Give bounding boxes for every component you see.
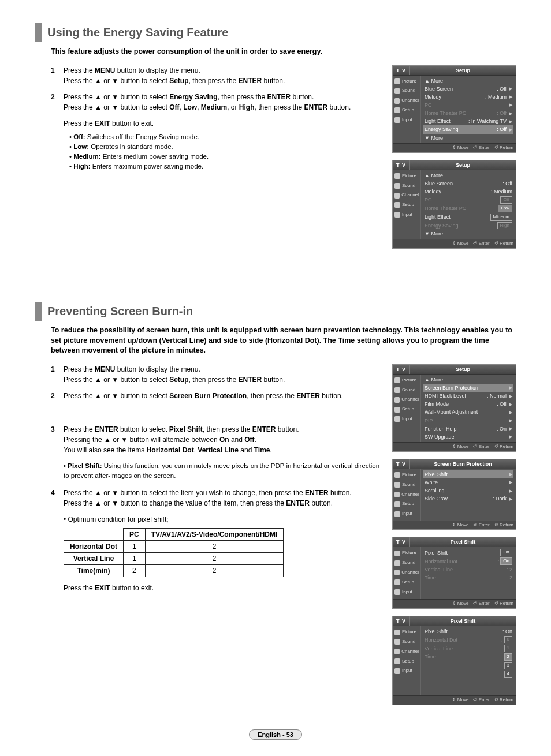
section2-desc: To reduce the possibility of screen burn… — [51, 325, 516, 356]
menu-icon — [394, 639, 400, 645]
osd-sidebar: PictureSoundChannelSetupInput — [393, 76, 421, 143]
osd-row: Pixel Shift — [423, 470, 513, 478]
osd-tv-label: T V — [393, 160, 409, 170]
osd-row: Function Help: On — [423, 425, 513, 433]
menu-icon — [394, 472, 400, 478]
osd-row: SW Upgrade — [423, 433, 513, 441]
menu-icon — [394, 416, 400, 422]
section2-steps-a: 1Press the MENU button to display the me… — [51, 364, 381, 401]
osd-row: Horizontal Dot: On — [423, 557, 513, 566]
osd-side-item: Channel — [393, 568, 420, 578]
osd-side-item: Picture — [393, 376, 420, 386]
menu-icon — [394, 117, 400, 123]
menu-icon — [394, 78, 400, 84]
section1-bullets: • Off: Switches off the Energy Saving mo… — [69, 132, 381, 172]
osd-footer: ⇕ Move⏎ Enter↺ Return — [393, 442, 516, 451]
osd-side-item: Sound — [393, 558, 420, 568]
table-cell: 1 — [124, 541, 146, 553]
osd-side-item: Setup — [393, 578, 420, 587]
optimum-note: • Optimum condition for pixel shift; — [64, 514, 381, 525]
pixel-shift-note: • Pixel Shift: Using this function, you … — [64, 461, 381, 481]
section1-steps: 1Press the MENU button to display the me… — [51, 65, 381, 113]
osd-row: Horizontal Dot: 0 — [423, 635, 513, 644]
osd-setup-energy-options: T VSetupPictureSoundChannelSetupInput▲ M… — [392, 160, 516, 249]
section2-steps-b: 3Press the ENTER button to select Pixel … — [51, 424, 381, 455]
osd-side-item: Input — [393, 115, 420, 125]
osd-row: 4 — [423, 670, 513, 679]
osd-tv-label: T V — [393, 459, 409, 469]
step-item: 2Press the ▲ or ▼ button to select Scree… — [51, 391, 381, 401]
osd-row: Melody: Medium — [423, 93, 513, 101]
menu-icon — [394, 482, 400, 488]
osd-row: Side Gray: Dark — [423, 495, 513, 503]
osd-side-item: Picture — [393, 470, 420, 480]
osd-side-item: Channel — [393, 190, 420, 200]
menu-icon — [394, 173, 400, 179]
osd-tv-label: T V — [393, 365, 409, 374]
osd-side-item: Setup — [393, 200, 420, 210]
osd-row: ▲ More — [423, 77, 513, 85]
osd-row: Screen Burn Protection — [423, 384, 513, 392]
table-header: TV/AV1/AV2/S-Video/Component/HDMI — [145, 529, 284, 541]
bullet-item: • Medium: Enters medium power saving mod… — [69, 152, 381, 162]
osd-row: Film Mode: Off — [423, 400, 513, 408]
step-item: 1Press the MENU button to display the me… — [51, 65, 381, 86]
menu-icon — [394, 377, 400, 383]
menu-icon — [394, 193, 400, 199]
osd-side-item: Setup — [393, 405, 420, 414]
menu-icon — [394, 183, 400, 189]
step-item: 1Press the MENU button to display the me… — [51, 364, 381, 385]
osd-row: Light Effect Mideum — [423, 213, 513, 222]
osd-row: Time: 2 — [423, 653, 513, 661]
osd-row: ▲ More — [423, 376, 513, 384]
menu-icon — [394, 397, 400, 403]
osd-side-item: Sound — [393, 480, 420, 490]
bullet-item: • Low: Operates in standard mode. — [69, 142, 381, 152]
osd-side-item: Picture — [393, 627, 420, 637]
table-cell: Time(min) — [64, 565, 124, 577]
osd-tv-label: T V — [393, 537, 409, 547]
osd-row: HDMI Black Level: Normal — [423, 392, 513, 400]
osd-side-item: Channel — [393, 490, 420, 500]
menu-icon — [394, 658, 400, 664]
page-number-pill: English - 53 — [249, 729, 302, 740]
table-header: PC — [124, 529, 146, 541]
osd-footer: ⇕ Move⏎ Enter↺ Return — [393, 599, 516, 608]
menu-icon — [394, 589, 400, 595]
menu-icon — [394, 579, 400, 585]
menu-icon — [394, 387, 400, 393]
bullet-item: • High: Enters maximum power saving mode… — [69, 162, 381, 171]
menu-icon — [394, 407, 400, 413]
osd-title: Pixel Shift — [409, 616, 516, 626]
section2-title: Preventing Screen Burn-in — [35, 302, 516, 321]
osd-sidebar: PictureSoundChannelSetupInput — [393, 469, 421, 521]
menu-icon — [394, 649, 400, 654]
osd-side-item: Input — [393, 509, 420, 519]
step-item: 4Press the ▲ or ▼ button to select the i… — [51, 488, 381, 508]
section1-title: Using the Energy Saving Feature — [35, 23, 516, 42]
osd-side-item: Picture — [393, 171, 420, 181]
menu-icon — [394, 88, 400, 94]
osd-sidebar: PictureSoundChannelSetupInput — [393, 375, 421, 442]
osd-sidebar: PictureSoundChannelSetupInput — [393, 547, 421, 599]
osd-sidebar: PictureSoundChannelSetupInput — [393, 626, 421, 695]
osd-side-item: Sound — [393, 637, 420, 647]
osd-row: Wall-Mount Adjustment — [423, 408, 513, 416]
osd-side-item: Sound — [393, 386, 420, 395]
menu-icon — [394, 202, 400, 208]
table-cell: Horizontal Dot — [64, 541, 124, 553]
osd-side-item: Picture — [393, 548, 420, 558]
osd-side-item: Sound — [393, 181, 420, 191]
osd-footer: ⇕ Move⏎ Enter↺ Return — [393, 695, 516, 705]
osd-sbp-menu: T VScreen Burn ProtectionPictureSoundCha… — [392, 459, 516, 530]
osd-title: Setup — [409, 160, 516, 170]
osd-side-item: Input — [393, 666, 420, 676]
table-header — [64, 529, 124, 541]
step-item: 3Press the ENTER button to select Pixel … — [51, 424, 381, 455]
osd-title: Pixel Shift — [409, 537, 516, 547]
osd-row: ▼ More — [423, 230, 513, 238]
bullet-item: • Off: Switches off the Energy Saving mo… — [69, 132, 381, 142]
osd-sidebar: PictureSoundChannelSetupInput — [393, 170, 421, 239]
osd-row: Vertical Line: 1 — [423, 644, 513, 653]
osd-side-item: Setup — [393, 499, 420, 509]
